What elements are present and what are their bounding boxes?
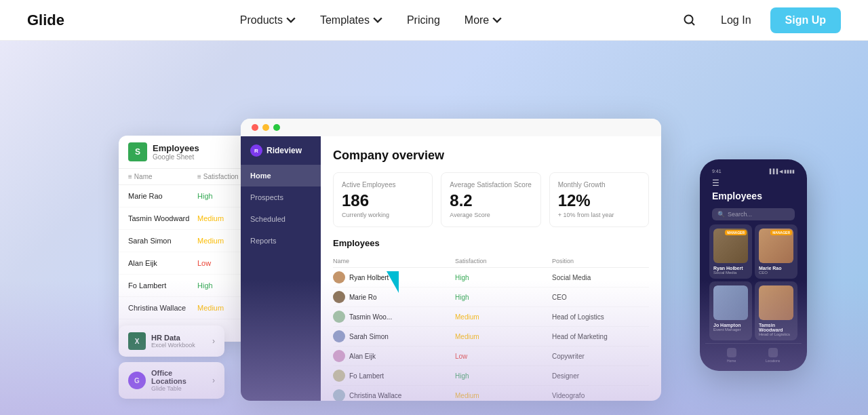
rideview-body: R Rideview Home Prospects Scheduled Repo… bbox=[241, 136, 661, 401]
mobile-tab-locations[interactable]: Locations bbox=[766, 348, 780, 363]
ryan-name: Ryan Holbert bbox=[713, 266, 748, 271]
mobile-status-bar: 9:41 ▐▐▐ ◀ ▮▮▮▮ bbox=[705, 165, 802, 176]
office-sub: Glide Table bbox=[151, 385, 207, 392]
mobile-title: Employees bbox=[712, 191, 795, 201]
hr-data-sub: Excel Workbook bbox=[151, 342, 207, 349]
jo-photo bbox=[713, 285, 748, 320]
stats-grid: Active Employees 186 Currently working A… bbox=[333, 172, 649, 227]
window-dot-green bbox=[273, 124, 280, 131]
marie-name: Marie Rao bbox=[759, 266, 793, 271]
mobile-bottom-nav: Home Locations bbox=[705, 343, 802, 365]
mobile-search-placeholder: Search... bbox=[728, 211, 752, 218]
sheet-sub: Google Sheet bbox=[153, 153, 199, 161]
table-header: Name Satisfaction Position bbox=[333, 255, 649, 268]
hr-data-arrow: › bbox=[212, 336, 215, 346]
nav-scheduled[interactable]: Scheduled bbox=[241, 208, 321, 230]
mobile-employee-grid: MANAGER Ryan Holbert Social Media MANAGE… bbox=[705, 224, 802, 340]
office-name: Office Locations bbox=[151, 369, 207, 385]
mobile-search[interactable]: 🔍 Search... bbox=[712, 208, 795, 220]
mobile-emp-jo[interactable]: Jo Hampton Event Manager bbox=[709, 281, 752, 340]
nav-link-more[interactable]: More bbox=[465, 14, 502, 26]
employees-section-title: Employees bbox=[333, 238, 649, 248]
window-dot-red bbox=[252, 124, 258, 131]
mobile-emp-ryan[interactable]: MANAGER Ryan Holbert Social Media bbox=[709, 224, 752, 279]
office-arrow: › bbox=[212, 376, 215, 385]
rideview-logo-icon: R bbox=[250, 144, 262, 157]
stat-active-employees: Active Employees 186 Currently working bbox=[333, 172, 433, 227]
table-row: Christina Wallace Medium Videografo bbox=[333, 386, 649, 401]
mobile-emp-tamsin[interactable]: Tamsin Woodward Head of Logistics bbox=[755, 281, 797, 340]
glide-icon: G bbox=[128, 372, 146, 389]
hr-data-name: HR Data bbox=[151, 334, 207, 342]
marie-role: CEO bbox=[759, 271, 793, 275]
excel-icon: X bbox=[128, 332, 146, 350]
nav-link-pricing[interactable]: Pricing bbox=[407, 14, 440, 26]
menu-icon: ☰ bbox=[712, 178, 795, 188]
table-row: Ryan Holbert High Social Media bbox=[333, 268, 649, 288]
jo-role: Event Manager bbox=[713, 328, 748, 332]
stat-satisfaction: Average Satisfaction Score 8.2 Average S… bbox=[441, 172, 540, 227]
login-button[interactable]: Log In bbox=[713, 9, 759, 32]
table-row: Tasmin Woo... Medium Head of Logistics bbox=[333, 307, 649, 327]
hr-data-item[interactable]: X HR Data Excel Workbook › bbox=[119, 325, 224, 357]
ryan-role: Social Media bbox=[713, 271, 748, 275]
signup-button[interactable]: Sign Up bbox=[770, 7, 841, 33]
tamsin-photo bbox=[759, 285, 793, 320]
stat-growth: Monthly Growth 12% + 10% from last year bbox=[549, 172, 649, 227]
employees-table: Name Satisfaction Position Ryan Holbert … bbox=[333, 255, 649, 401]
rideview-title-bar bbox=[241, 119, 661, 136]
mobile-emp-marie[interactable]: MANAGER Marie Rao CEO bbox=[755, 224, 797, 279]
logo[interactable]: Glide bbox=[27, 12, 64, 29]
table-row: Sarah Simon Medium Head of Marketing bbox=[333, 327, 649, 347]
jo-name: Jo Hampton bbox=[713, 323, 748, 328]
ryan-photo: MANAGER bbox=[713, 229, 748, 263]
tamsin-role: Head of Logistics bbox=[759, 332, 793, 336]
nav-links: Products Templates Pricing More bbox=[240, 14, 502, 26]
tamsin-name: Tamsin Woodward bbox=[759, 323, 793, 332]
data-sources: X HR Data Excel Workbook › G Office Loca… bbox=[119, 325, 224, 399]
mobile-header: ☰ Employees bbox=[705, 176, 802, 205]
mobile-search-icon: 🔍 bbox=[717, 211, 725, 218]
nav-actions: Log In Sign Up bbox=[677, 7, 841, 33]
nav-prospects[interactable]: Prospects bbox=[241, 186, 321, 208]
navbar: Glide Products Templates Pricing More Lo… bbox=[0, 0, 868, 41]
mobile-tab-home[interactable]: Home bbox=[727, 348, 736, 363]
marie-photo: MANAGER bbox=[759, 229, 793, 263]
nav-reports[interactable]: Reports bbox=[241, 230, 321, 252]
sheet-name: Employees bbox=[153, 143, 199, 153]
cursor-arrow bbox=[387, 271, 399, 293]
hero-section: S Employees Google Sheet ▼ ≡ Name ≡ Sati… bbox=[0, 41, 868, 415]
nav-link-templates[interactable]: Templates bbox=[320, 14, 382, 26]
window-dot-yellow bbox=[262, 124, 269, 131]
rideview-sidebar: R Rideview Home Prospects Scheduled Repo… bbox=[241, 136, 321, 401]
rideview-main: Company overview Active Employees 186 Cu… bbox=[321, 136, 661, 401]
svg-point-0 bbox=[685, 15, 693, 23]
table-row: Fo Lambert High Designer bbox=[333, 366, 649, 386]
rv-table-rows: Ryan Holbert High Social Media Marie Ro … bbox=[333, 268, 649, 401]
mobile-card: 9:41 ▐▐▐ ◀ ▮▮▮▮ ☰ Employees 🔍 Search... … bbox=[700, 159, 807, 371]
nav-link-products[interactable]: Products bbox=[240, 14, 296, 26]
main-title: Company overview bbox=[333, 149, 649, 163]
table-row: Alan Eijk Low Copywriter bbox=[333, 347, 649, 366]
sheet-icon: S bbox=[128, 142, 147, 161]
nav-home[interactable]: Home bbox=[241, 165, 321, 186]
table-row: Marie Ro High CEO bbox=[333, 288, 649, 307]
rideview-card: R Rideview Home Prospects Scheduled Repo… bbox=[241, 119, 661, 401]
office-locations-item[interactable]: G Office Locations Glide Table › bbox=[119, 362, 224, 399]
search-button[interactable] bbox=[677, 8, 702, 33]
